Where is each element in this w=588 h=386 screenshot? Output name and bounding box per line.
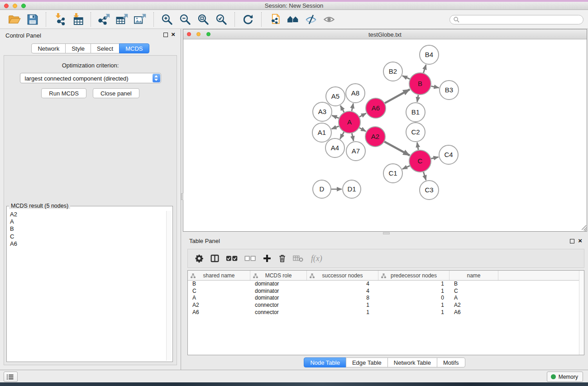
table-float-icon[interactable] xyxy=(570,239,574,243)
close-panel-button[interactable]: Close panel xyxy=(93,88,139,98)
network-window-titlebar[interactable]: testGlobe.txt xyxy=(183,29,587,39)
zoom-selected-button[interactable] xyxy=(214,12,229,27)
node-B3[interactable]: B3 xyxy=(440,81,459,100)
tab-network-table[interactable]: Network Table xyxy=(387,357,437,367)
zoom-in-button[interactable] xyxy=(159,12,175,27)
network-from-selection-button[interactable] xyxy=(267,12,282,27)
table-cell[interactable]: A2 xyxy=(449,302,498,309)
table-cell[interactable]: connector xyxy=(250,309,307,316)
node-C[interactable]: C xyxy=(409,150,431,172)
node-A5[interactable]: A5 xyxy=(326,87,345,106)
edge-C-C2[interactable] xyxy=(417,143,419,150)
node-D1[interactable]: D1 xyxy=(343,180,361,198)
table-cell[interactable]: A2 xyxy=(188,302,250,309)
export-image-button[interactable] xyxy=(133,12,148,27)
show-panels-button[interactable] xyxy=(4,372,18,382)
edge-B-B2[interactable] xyxy=(402,76,410,79)
table-cell[interactable]: A6 xyxy=(188,309,250,316)
table-cell[interactable]: dominator xyxy=(250,295,307,302)
show-all-button[interactable] xyxy=(321,12,337,27)
edge-C-C1[interactable] xyxy=(402,166,410,169)
table-cell[interactable]: C xyxy=(188,288,250,295)
edge-A-A7[interactable] xyxy=(352,133,354,141)
result-list-item[interactable]: C xyxy=(8,233,166,240)
table-scrollbar[interactable] xyxy=(579,271,584,355)
tab-node-table[interactable]: Node Table xyxy=(304,357,346,367)
table-cell[interactable]: 4 xyxy=(307,288,378,295)
table-cell[interactable]: B xyxy=(449,281,498,288)
tab-edge-table[interactable]: Edge Table xyxy=(346,357,388,367)
node-A4[interactable]: A4 xyxy=(325,138,344,157)
first-neighbors-button[interactable] xyxy=(285,12,301,27)
node-A8[interactable]: A8 xyxy=(346,84,365,103)
result-list-item[interactable]: A xyxy=(8,218,166,225)
import-table-button[interactable] xyxy=(70,12,85,27)
result-list-item[interactable]: A6 xyxy=(8,240,166,248)
table-cell[interactable]: C xyxy=(449,288,498,295)
node-A1[interactable]: A1 xyxy=(312,123,331,142)
edge-A6-B[interactable] xyxy=(385,90,410,103)
table-cell[interactable]: dominator xyxy=(250,288,307,295)
tab-select[interactable]: Select xyxy=(91,43,120,53)
node-B1[interactable]: B1 xyxy=(406,103,425,122)
table-cell[interactable]: A xyxy=(188,295,250,302)
search-input[interactable] xyxy=(449,15,583,24)
table-settings-button[interactable] xyxy=(195,252,204,265)
window-resize-grip[interactable] xyxy=(580,224,586,231)
edge-B-B3[interactable] xyxy=(431,86,439,88)
splitter-handle-vertical[interactable] xyxy=(181,193,183,200)
edge-A-A6[interactable] xyxy=(359,113,366,117)
node-A6[interactable]: A6 xyxy=(366,98,386,118)
refresh-view-button[interactable] xyxy=(240,12,256,27)
table-cell[interactable]: 1 xyxy=(378,309,449,316)
table-cell[interactable]: 4 xyxy=(307,281,378,288)
export-table-button[interactable] xyxy=(115,12,130,27)
open-session-button[interactable] xyxy=(7,12,22,27)
column-header-shared-name[interactable]: shared name xyxy=(188,271,250,280)
node-D[interactable]: D xyxy=(313,180,331,198)
import-network-button[interactable] xyxy=(52,12,67,27)
edge-B-B1[interactable] xyxy=(417,95,418,102)
column-header-predecessor-nodes[interactable]: predecessor nodes xyxy=(378,271,449,280)
delete-column-button[interactable] xyxy=(278,252,287,265)
toggle-split-view-button[interactable] xyxy=(210,252,220,265)
node-A7[interactable]: A7 xyxy=(346,142,365,161)
edge-B-B4[interactable] xyxy=(423,65,426,73)
table-cell[interactable]: connector xyxy=(250,302,307,309)
node-B2[interactable]: B2 xyxy=(383,62,402,81)
table-cell[interactable]: dominator xyxy=(250,281,307,288)
result-list-item[interactable]: A2 xyxy=(8,211,166,218)
table-cell[interactable]: 1 xyxy=(378,302,449,309)
column-header-name[interactable]: name xyxy=(449,271,498,280)
select-all-button[interactable] xyxy=(226,252,238,265)
table-close-icon[interactable]: × xyxy=(578,237,582,244)
deselect-all-button[interactable] xyxy=(244,252,256,265)
table-cell[interactable]: A6 xyxy=(449,309,498,316)
table-cell[interactable]: 1 xyxy=(307,302,378,309)
node-C4[interactable]: C4 xyxy=(439,145,458,164)
node-C3[interactable]: C3 xyxy=(420,181,439,200)
table-cell[interactable]: B xyxy=(188,281,250,288)
hide-selected-button[interactable] xyxy=(303,12,319,27)
edge-A-A3[interactable] xyxy=(332,115,339,118)
node-A[interactable]: A xyxy=(339,111,360,133)
edge-A-A1[interactable] xyxy=(332,126,339,129)
tab-motifs[interactable]: Motifs xyxy=(437,357,465,367)
memory-button[interactable]: Memory xyxy=(547,372,583,382)
zoom-fit-content-button[interactable] xyxy=(196,12,211,27)
result-scrollbar[interactable] xyxy=(166,211,172,361)
column-header-MCDS-role[interactable]: MCDS role xyxy=(250,271,307,280)
tab-mcds[interactable]: MCDS xyxy=(119,43,149,53)
run-mcds-button[interactable]: Run MCDS xyxy=(41,88,86,98)
edge-A-A5[interactable] xyxy=(340,105,344,112)
node-C2[interactable]: C2 xyxy=(406,123,425,142)
node-A3[interactable]: A3 xyxy=(313,102,332,121)
criterion-select[interactable]: largest connected component (directed) xyxy=(20,73,161,83)
tab-network[interactable]: Network xyxy=(31,43,66,53)
float-panel-icon[interactable] xyxy=(163,33,168,37)
node-A2[interactable]: A2 xyxy=(365,127,385,147)
node-B4[interactable]: B4 xyxy=(420,45,439,64)
edge-C-C4[interactable] xyxy=(431,157,438,159)
table-cell[interactable]: A xyxy=(449,295,498,302)
close-panel-icon[interactable]: × xyxy=(171,31,175,38)
